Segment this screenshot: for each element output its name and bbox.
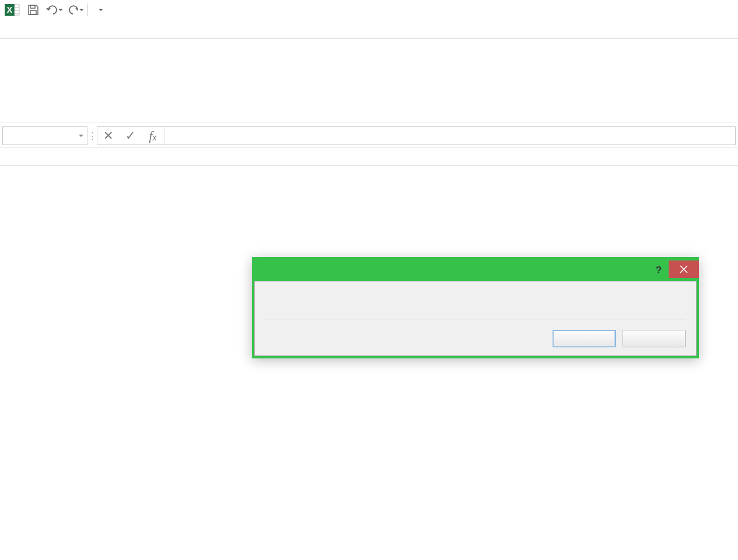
spreadsheet-grid bbox=[0, 147, 738, 166]
quick-access-toolbar: X bbox=[0, 0, 738, 20]
enter-formula-icon[interactable]: ✓ bbox=[120, 129, 142, 143]
dialog-close-button[interactable] bbox=[669, 260, 699, 278]
svg-text:X: X bbox=[7, 5, 13, 15]
formula-bar: ⋮ ✕ ✓ fx bbox=[0, 125, 738, 147]
cancel-formula-icon[interactable]: ✕ bbox=[97, 129, 120, 143]
chevron-down-icon bbox=[79, 135, 83, 137]
customize-qat-icon[interactable] bbox=[92, 1, 109, 19]
formula-input[interactable] bbox=[164, 126, 736, 145]
cancel-button[interactable] bbox=[623, 330, 686, 347]
ok-button[interactable] bbox=[553, 330, 616, 347]
name-box[interactable] bbox=[2, 126, 87, 145]
redo-icon[interactable] bbox=[66, 1, 84, 19]
function-arguments-dialog: ? bbox=[252, 257, 699, 358]
ribbon-tabs bbox=[0, 20, 738, 39]
svg-rect-7 bbox=[30, 10, 36, 15]
excel-app-icon: X bbox=[3, 1, 21, 19]
svg-rect-6 bbox=[30, 5, 35, 8]
undo-icon[interactable] bbox=[45, 1, 63, 19]
dialog-help-icon[interactable]: ? bbox=[649, 260, 669, 280]
ribbon bbox=[0, 39, 738, 122]
insert-function-icon[interactable]: fx bbox=[142, 128, 164, 143]
save-icon[interactable] bbox=[24, 1, 42, 19]
